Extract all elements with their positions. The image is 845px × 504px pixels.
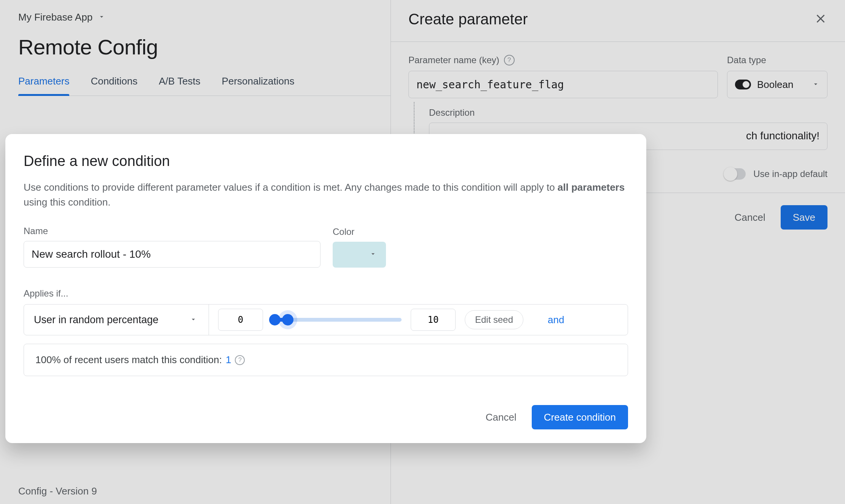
- chevron-down-icon: [190, 314, 197, 326]
- match-summary: 100% of recent users match this conditio…: [24, 344, 628, 376]
- condition-name-input[interactable]: [24, 241, 320, 268]
- match-text: 100% of recent users match this conditio…: [35, 354, 222, 366]
- color-picker[interactable]: [333, 242, 386, 268]
- condition-rule: User in random percentage Edit seed and: [24, 304, 628, 335]
- dialog-subtitle: Use conditions to provide different para…: [24, 180, 628, 210]
- percentage-slider[interactable]: [272, 318, 402, 322]
- dialog-title: Define a new condition: [24, 153, 628, 169]
- dialog-subtitle-bold: all parameters: [558, 182, 625, 193]
- rule-type-value: User in random percentage: [34, 314, 158, 326]
- condition-name-label: Name: [24, 226, 320, 236]
- create-condition-button[interactable]: Create condition: [532, 405, 628, 429]
- add-and-clause[interactable]: and: [548, 314, 564, 326]
- condition-color-label: Color: [333, 226, 386, 237]
- edit-seed-button[interactable]: Edit seed: [465, 310, 523, 329]
- range-high-input[interactable]: [411, 309, 456, 331]
- help-icon[interactable]: ?: [235, 355, 245, 365]
- slider-knob-low[interactable]: [269, 314, 281, 325]
- dialog-subtitle-prefix: Use conditions to provide different para…: [24, 182, 558, 193]
- rule-type-select[interactable]: User in random percentage: [34, 305, 209, 335]
- dialog-subtitle-suffix: using this condition.: [24, 196, 110, 208]
- chevron-down-icon: [369, 250, 377, 259]
- define-condition-dialog: Define a new condition Use conditions to…: [5, 134, 646, 443]
- dialog-cancel-button[interactable]: Cancel: [486, 411, 517, 423]
- match-count: 1: [226, 354, 231, 366]
- slider-knob-high[interactable]: [282, 314, 293, 325]
- range-low-input[interactable]: [218, 309, 263, 331]
- applies-if-label: Applies if...: [24, 288, 628, 299]
